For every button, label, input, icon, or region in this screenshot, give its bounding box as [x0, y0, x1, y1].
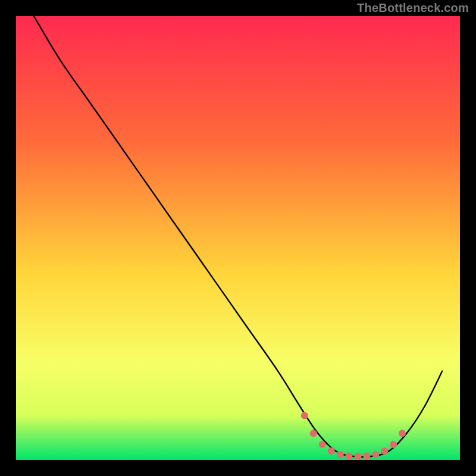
marker-dot: [363, 452, 370, 459]
marker-dot: [301, 412, 308, 419]
marker-dot: [372, 451, 379, 458]
marker-dot: [390, 441, 397, 448]
marker-dot: [381, 447, 388, 455]
marker-dot: [354, 453, 361, 460]
marker-dot: [328, 447, 335, 455]
marker-dot: [337, 451, 344, 458]
gradient-plot-area: [16, 16, 460, 460]
marker-dot: [310, 430, 317, 437]
marker-dot: [399, 430, 406, 437]
marker-dot: [346, 452, 353, 459]
bottleneck-chart: [0, 0, 476, 476]
chart-frame: { "watermark": "TheBottleneck.com", "cha…: [0, 0, 476, 476]
watermark-text: TheBottleneck.com: [357, 1, 469, 15]
marker-dot: [319, 441, 326, 448]
